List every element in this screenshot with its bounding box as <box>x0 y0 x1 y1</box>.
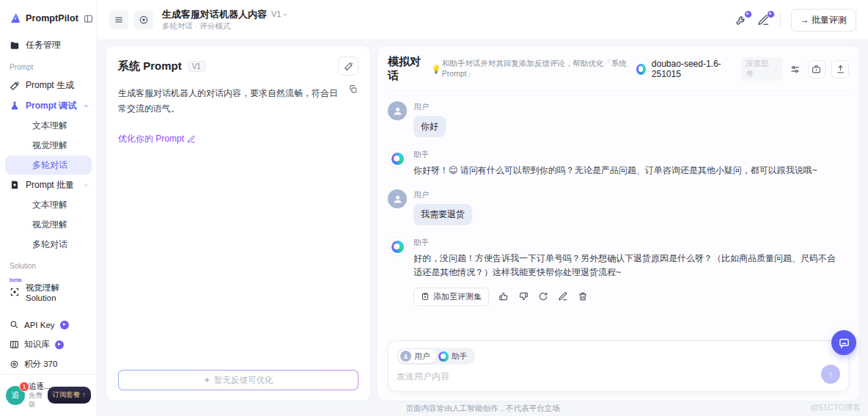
regenerate-button[interactable] <box>538 291 548 302</box>
send-button[interactable]: ↑ <box>821 365 840 384</box>
sidebar-subitem-debug-multiturn[interactable]: 多轮对话 <box>5 156 92 175</box>
system-prompt-text[interactable]: 生成客服对话机器人的对话内容，要求自然流畅，符合日常交流的语气。 <box>118 86 358 117</box>
sidebar-subitem-debug-vision[interactable]: 视觉理解 <box>5 136 92 156</box>
message-text[interactable]: 好的，没问题！方便告诉我一下订单号吗？另外想确认下退货原因是什么呀？（比如商品质… <box>413 252 849 280</box>
topbar: 生成客服对话机器人内容 V1 多轮对话 · 评分模式 <box>98 0 868 40</box>
deep-think-toggle[interactable]: 深度思考 <box>741 57 782 81</box>
message-bubble[interactable]: 你好 <box>413 116 446 137</box>
sidebar-item-api-key[interactable]: API Key <box>0 315 97 335</box>
role-switch: 用户 助手 <box>397 348 475 365</box>
sidebar-tools: API Key 知识库 积分 370 <box>0 315 97 374</box>
message-bubble[interactable]: 我需要退货 <box>413 204 472 225</box>
sidebar-subitem-batch-text[interactable]: 文本理解 <box>5 195 92 215</box>
edit-message-button[interactable] <box>558 291 568 302</box>
file-star-icon <box>10 180 20 190</box>
chat-message-assistant: 助手 你好呀！😊 请问有什么可以帮到你的吗？无论是产品问题、订单咨询还是其他小疑… <box>388 149 849 178</box>
subscribe-button[interactable]: 订阅套餐 ↑ <box>48 387 91 404</box>
target-icon <box>10 360 19 369</box>
user-plan: 免费版 <box>29 391 44 409</box>
footer: 页面内容皆由人工智能创作，不代表平台立场 @51CTO博客 <box>98 401 868 416</box>
sidebar-item-label: 任务管理 <box>26 39 61 51</box>
add-to-eval-button[interactable]: 添加至评测集 <box>413 288 489 306</box>
page-subtitle: 多轮对话 · 评分模式 <box>162 21 288 31</box>
no-feedback-button[interactable]: ✦ 暂无反馈可优化 <box>118 370 358 390</box>
sidebar-item-vision-solution[interactable]: beta 视觉理解 Solution <box>0 282 97 304</box>
user-avatar-icon <box>388 189 407 208</box>
sidebar-subitem-debug-text[interactable]: 文本理解 <box>5 116 92 136</box>
notification-dot <box>767 10 775 18</box>
floating-chat-button[interactable] <box>831 330 856 355</box>
chevron-up-icon <box>83 182 89 189</box>
sparkle-icon: ✦ <box>203 375 210 385</box>
watermark: @51CTO博客 <box>811 402 861 413</box>
thumbs-up-button[interactable] <box>499 291 509 302</box>
flask-icon <box>10 101 20 111</box>
content: 系统 Prompt V1 生成客服对话机器人的对话内容，要求自然流畅，符合日常交… <box>98 40 868 401</box>
doubao-logo-icon <box>438 351 449 362</box>
briefcase-icon <box>812 65 821 74</box>
batch-eval-button[interactable]: → 批量评测 <box>791 9 856 32</box>
doubao-logo-icon <box>636 64 646 75</box>
thumbs-down-button[interactable] <box>518 291 529 302</box>
chevron-down-icon <box>282 12 288 18</box>
chat-message-list: 用户 你好 助手 你好呀！😊 请问有什么可以帮到你的吗？无论是产品问题、订单咨询… <box>388 91 849 333</box>
bookshelf-icon <box>10 340 19 349</box>
optimize-prompt-link[interactable]: 优化你的 Prompt <box>118 133 358 145</box>
upload-button[interactable] <box>831 60 849 79</box>
sliders-icon[interactable] <box>788 62 802 76</box>
sidebar-item-prompt-batch[interactable]: Prompt 批量 <box>0 175 97 195</box>
version-chip: V1 <box>188 61 205 72</box>
version-selector[interactable]: V1 <box>271 10 288 20</box>
chat-message-user: 用户 我需要退货 <box>388 189 849 225</box>
assistant-avatar-icon <box>388 149 407 168</box>
brand-name: PromptPilot <box>26 13 78 23</box>
model-selector[interactable]: doubao-seed-1.6-251015 <box>652 59 735 79</box>
sidebar-item-knowledge-base[interactable]: 知识库 <box>0 335 97 354</box>
message-role: 助手 <box>413 238 849 248</box>
beta-badge: beta <box>10 277 21 283</box>
delete-message-button[interactable] <box>578 291 588 302</box>
chat-message-assistant: 助手 好的，没问题！方便告诉我一下订单号吗？另外想确认下退货原因是什么呀？（比如… <box>388 237 849 305</box>
target-crosshair-icon[interactable] <box>134 10 153 29</box>
ai-disclaimer: 页面内容皆由人工智能创作，不代表平台立场 <box>406 404 560 414</box>
sidebar-subitem-batch-multiturn[interactable]: 多轮对话 <box>5 235 92 255</box>
tools-wrench-icon[interactable] <box>735 14 747 26</box>
search-icon <box>10 320 19 329</box>
system-prompt-panel: 系统 Prompt V1 生成客服对话机器人的对话内容，要求自然流畅，符合日常交… <box>106 46 370 401</box>
sidebar-item-label: Prompt 调试 <box>26 100 76 112</box>
chevron-down-icon <box>773 67 778 72</box>
role-option-assistant[interactable]: 助手 <box>436 350 474 363</box>
sidebar-collapse-icon[interactable] <box>82 12 95 25</box>
scan-icon <box>10 287 20 297</box>
user-account-area[interactable]: 追 1 追逐... 免费版 订阅套餐 ↑ <box>0 374 97 416</box>
role-option-user[interactable]: 用户 <box>398 349 436 363</box>
copy-icon[interactable] <box>348 84 358 94</box>
simulated-chat-panel: 模拟对话 💡 和助手对话并对其回复添加反馈评论，帮助优化「系统Prompt」 d… <box>378 46 859 401</box>
archive-button[interactable] <box>808 60 825 79</box>
divider <box>780 13 781 26</box>
sidebar-subitem-batch-vision[interactable]: 视觉理解 <box>5 215 92 235</box>
panel-tip: 💡 和助手对话并对其回复添加反馈评论，帮助优化「系统Prompt」 <box>431 59 632 79</box>
chat-input-card: 用户 助手 ↑ <box>388 340 849 392</box>
sidebar-item-label: 视觉理解 Solution <box>26 282 89 302</box>
volc-badge-icon <box>60 321 69 329</box>
message-text[interactable]: 你好呀！😊 请问有什么可以帮到你的吗？无论是产品问题、订单咨询还是其他小疑问，都… <box>413 164 823 178</box>
chat-bubble-icon <box>838 337 850 349</box>
sidebar-item-prompt-debug[interactable]: Prompt 调试 <box>0 95 97 116</box>
main-area: 生成客服对话机器人内容 V1 多轮对话 · 评分模式 <box>98 0 868 416</box>
page-title: 生成客服对话机器人内容 <box>162 9 267 21</box>
menu-icon[interactable] <box>109 10 128 29</box>
wand-icon <box>10 81 20 91</box>
edit-pencil-icon[interactable] <box>757 14 770 26</box>
assistant-avatar-icon <box>388 237 407 256</box>
chat-input[interactable] <box>397 371 773 382</box>
magic-wand-button[interactable] <box>338 56 358 76</box>
panel-title: 系统 Prompt <box>118 59 182 73</box>
sidebar-item-prompt-generate[interactable]: Prompt 生成 <box>0 76 97 96</box>
folder-icon <box>10 40 20 51</box>
sidebar-item-task-management[interactable]: 任务管理 <box>0 35 97 56</box>
sidebar-item-label: API Key <box>24 321 55 329</box>
brand: PromptPilot <box>0 7 97 35</box>
sidebar-item-points[interactable]: 积分 370 <box>0 354 97 374</box>
app-window: PromptPilot 任务管理 Prompt Prompt 生 <box>0 0 868 416</box>
